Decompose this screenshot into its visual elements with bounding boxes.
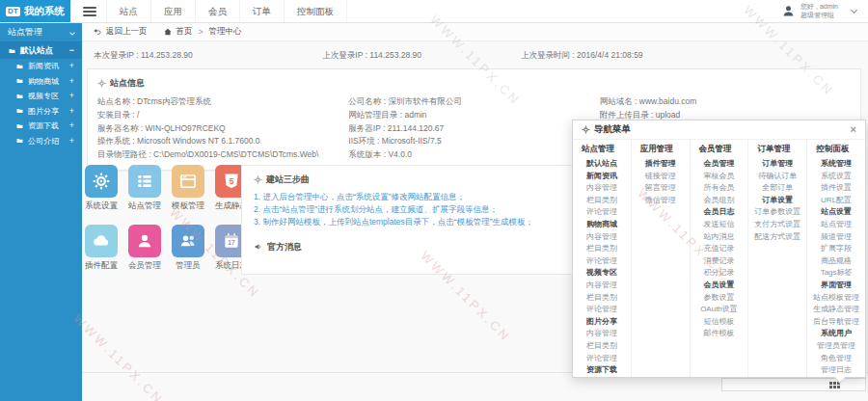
nav-menu-item[interactable]: 生成静态管理 bbox=[807, 304, 865, 316]
nav-menu-item[interactable]: 评论管理 bbox=[573, 304, 631, 316]
nav-menu-item[interactable]: 后台导航管理 bbox=[807, 316, 865, 329]
nav-menu-item[interactable]: 管理员管理 bbox=[807, 340, 865, 353]
nav-menu-item[interactable]: 会员日志 bbox=[691, 206, 748, 219]
back-link[interactable]: 返回上一页 bbox=[93, 26, 148, 38]
megaphone-icon bbox=[254, 242, 263, 252]
nav-menu-item[interactable]: 内容管理 bbox=[573, 328, 631, 340]
nav-menu-item[interactable]: 留言管理 bbox=[632, 182, 690, 195]
nav-menu-item[interactable]: 视频专区 bbox=[573, 267, 631, 280]
nav-menu-item[interactable]: 会员设置 bbox=[691, 280, 748, 292]
nav-menu-item[interactable]: 待确认订单 bbox=[748, 171, 806, 183]
expand-icon[interactable]: + bbox=[69, 77, 74, 86]
top-nav-item[interactable]: 应用 bbox=[150, 0, 195, 22]
nav-menu-item[interactable]: 微信管理 bbox=[632, 195, 690, 207]
nav-menu-item[interactable]: 评论管理 bbox=[573, 353, 631, 365]
nav-menu-item[interactable]: 频道管理 bbox=[807, 231, 865, 244]
shortcut-administrators[interactable]: 管理员 bbox=[172, 225, 204, 272]
nav-menu-item[interactable]: URL配置 bbox=[807, 195, 865, 207]
nav-menu-item[interactable]: 资源下载 bbox=[573, 364, 631, 377]
shortcut-system-settings[interactable]: 系统设置 bbox=[85, 165, 118, 212]
app-logo: DT 我的系统 bbox=[0, 0, 70, 22]
nav-menu-item[interactable]: 扩展字段 bbox=[807, 243, 865, 255]
gear-icon bbox=[254, 175, 262, 184]
nav-menu-item[interactable]: 订单设置 bbox=[748, 195, 806, 207]
site-info-field: 服务器名称 : WIN-QLHO97RCEKQ bbox=[97, 122, 348, 136]
nav-menu-item[interactable]: 全部订单 bbox=[748, 182, 806, 195]
sidebar-item[interactable]: 资源下载 + bbox=[0, 119, 82, 134]
expand-icon[interactable]: + bbox=[69, 62, 74, 70]
breadcrumb-separator: > bbox=[199, 27, 203, 37]
nav-menu-item[interactable]: 栏目类别 bbox=[573, 195, 631, 207]
nav-menu-item[interactable]: 插件设置 bbox=[807, 182, 865, 195]
nav-menu-item[interactable]: 会员管理 bbox=[691, 158, 748, 171]
nav-menu-item[interactable]: 参数设置 bbox=[691, 292, 748, 305]
nav-menu-item[interactable]: 订单参数设置 bbox=[748, 206, 806, 219]
nav-menu-item[interactable]: 站点设置 bbox=[807, 206, 865, 219]
shortcut-template-manage[interactable]: 模板管理 bbox=[172, 165, 204, 212]
nav-menu-item[interactable]: 短信模板 bbox=[691, 316, 748, 329]
nav-menu-item[interactable]: 栏目类别 bbox=[573, 243, 631, 255]
nav-menu-item[interactable]: 商品规格 bbox=[807, 255, 865, 268]
nav-menu-item[interactable]: 图片分享 bbox=[573, 316, 631, 329]
hamburger-icon[interactable] bbox=[83, 0, 96, 22]
nav-menu-item[interactable]: 界面管理 bbox=[807, 280, 865, 292]
shortcut-member-manage[interactable]: 会员管理 bbox=[128, 225, 161, 272]
folder-icon bbox=[15, 137, 24, 145]
nav-menu-item[interactable]: 内容管理 bbox=[573, 182, 631, 195]
nav-menu-item[interactable]: 订单管理 bbox=[748, 158, 806, 171]
nav-menu-item[interactable]: 站内消息 bbox=[691, 231, 748, 244]
nav-menu-item[interactable]: 角色管理 bbox=[807, 353, 865, 365]
nav-menu-item[interactable]: 站点模板管理 bbox=[807, 292, 865, 305]
nav-menu-item[interactable]: 站点管理 bbox=[807, 219, 865, 231]
nav-menu-item[interactable]: 消费记录 bbox=[691, 255, 748, 268]
top-nav: 站点应用会员订单控制面板 bbox=[106, 0, 347, 22]
nav-menu-item[interactable]: Tags标签 bbox=[807, 267, 865, 280]
nav-menu-item[interactable]: 内容管理 bbox=[573, 231, 631, 244]
nav-menu-item[interactable]: 发送短信 bbox=[691, 219, 748, 231]
user-menu[interactable]: 您好 , admin 超级管理组 bbox=[781, 0, 868, 22]
nav-menu-item[interactable]: 评论管理 bbox=[573, 206, 631, 219]
sidebar-item-default-site[interactable]: 默认站点 − bbox=[0, 42, 82, 59]
top-nav-item[interactable]: 订单 bbox=[239, 0, 284, 22]
nav-menu-item[interactable]: 默认站点 bbox=[573, 158, 631, 171]
top-nav-item[interactable]: 会员 bbox=[195, 0, 239, 22]
sidebar-item[interactable]: 视频专区 + bbox=[0, 89, 82, 104]
nav-menu-item[interactable]: 评论管理 bbox=[573, 255, 631, 268]
nav-menu-item[interactable]: 会员组别 bbox=[691, 195, 748, 207]
nav-menu-item[interactable]: 系统管理 bbox=[807, 158, 865, 171]
top-nav-item[interactable]: 站点 bbox=[106, 0, 150, 22]
nav-menu-item[interactable]: OAuth设置 bbox=[691, 304, 748, 316]
close-icon[interactable]: × bbox=[851, 124, 856, 135]
expand-icon[interactable]: + bbox=[69, 107, 74, 116]
nav-menu-item[interactable]: 系统设置 bbox=[807, 171, 865, 183]
breadcrumb-home[interactable]: 首页 bbox=[176, 26, 193, 38]
nav-menu-item[interactable]: 内容管理 bbox=[573, 280, 631, 292]
sidebar-item[interactable]: 公司介绍 + bbox=[0, 134, 82, 149]
nav-menu-item[interactable]: 充值记录 bbox=[691, 243, 748, 255]
nav-menu-item[interactable]: 栏目类别 bbox=[573, 292, 631, 305]
collapse-icon[interactable]: − bbox=[69, 46, 74, 55]
shortcut-site-manage[interactable]: 站点管理 bbox=[128, 165, 161, 212]
sidebar-item[interactable]: 购物商城 + bbox=[0, 74, 82, 90]
shortcut-plugin-config[interactable]: 插件配置 bbox=[85, 225, 118, 272]
nav-menu-item[interactable]: 配送方式设置 bbox=[748, 231, 806, 244]
sidebar-item[interactable]: 图片分享 + bbox=[0, 104, 82, 120]
expand-icon[interactable]: + bbox=[69, 121, 74, 130]
nav-menu-item[interactable]: 审核会员 bbox=[691, 171, 748, 183]
nav-menu-item[interactable]: 新闻资讯 bbox=[573, 171, 631, 183]
nav-menu-item[interactable]: 插件管理 bbox=[632, 158, 690, 171]
sidebar-item[interactable]: 新闻资讯 + bbox=[0, 59, 82, 74]
expand-icon[interactable]: + bbox=[69, 137, 74, 146]
nav-menu-item[interactable]: 支付方式设置 bbox=[748, 219, 806, 231]
nav-menu-item[interactable]: 邮件模板 bbox=[691, 328, 748, 340]
chevron-down-icon[interactable] bbox=[851, 7, 857, 13]
nav-menu-item[interactable]: 积分记录 bbox=[691, 267, 748, 280]
nav-menu-item[interactable]: 所有会员 bbox=[691, 182, 748, 195]
expand-icon[interactable]: + bbox=[69, 92, 74, 100]
nav-menu-item[interactable]: 系统用户 bbox=[807, 328, 865, 340]
sidebar-header[interactable]: 站点管理 bbox=[0, 23, 82, 42]
nav-menu-item[interactable]: 栏目类别 bbox=[573, 340, 631, 353]
top-nav-item[interactable]: 控制面板 bbox=[284, 0, 347, 22]
nav-menu-item[interactable]: 链接管理 bbox=[632, 171, 690, 183]
nav-menu-item[interactable]: 购物商城 bbox=[573, 219, 631, 231]
